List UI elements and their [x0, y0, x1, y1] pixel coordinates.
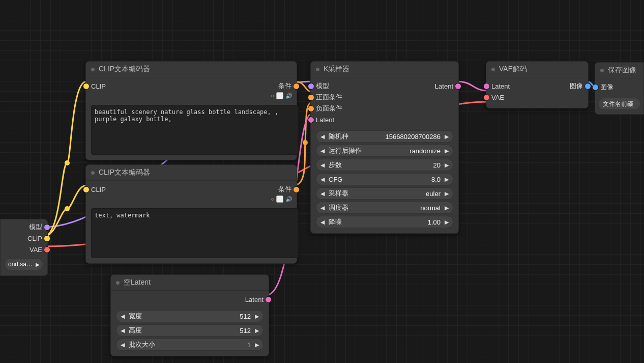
param-value[interactable]: 512 [144, 327, 251, 334]
socket-cond-out[interactable] [293, 83, 300, 90]
node-vae-decode[interactable]: VAE解码 Latent 图像 VAE [486, 61, 589, 108]
node-header[interactable]: 空Latent [111, 275, 269, 291]
output-latent[interactable]: Latent [111, 294, 269, 305]
param-cfg[interactable]: ◀CFG8.0▶ [316, 173, 453, 185]
param-value[interactable]: 8.0 [344, 176, 441, 183]
param-value[interactable]: 156680208700286 [350, 133, 441, 141]
param-value[interactable]: 1 [157, 341, 251, 349]
input-latent[interactable]: Latent [311, 114, 458, 125]
socket-image-out[interactable] [584, 83, 591, 90]
prompt-textarea[interactable] [91, 208, 299, 258]
param-seed[interactable]: ◀随机种156680208700286▶ [316, 130, 453, 143]
chevron-left-icon[interactable]: ◀ [318, 148, 327, 154]
param-value[interactable]: 1.00 [344, 218, 441, 226]
param-value[interactable]: 20 [344, 161, 441, 169]
circle-icon[interactable]: ○ [271, 93, 274, 99]
collapse-dot-icon[interactable] [91, 171, 95, 175]
collapse-dot-icon[interactable] [116, 281, 120, 285]
chevron-right-icon[interactable]: ▶ [443, 148, 451, 154]
param-value[interactable]: 512 [144, 313, 251, 320]
chevron-left-icon[interactable]: ◀ [318, 190, 327, 197]
socket-cond-in[interactable] [308, 105, 314, 112]
socket-latent-out[interactable] [455, 83, 461, 90]
node-clip-text-encode-negative[interactable]: CLIP文本编码器 CLIP 条件 ○🔊 [85, 164, 297, 264]
node-ksampler[interactable]: K采样器 模型 Latent 正面条件 负面条件 Latent ◀随机种1566… [310, 61, 459, 234]
param-value[interactable]: normal [350, 204, 441, 212]
param-value[interactable]: randomize [364, 147, 441, 155]
prompt-textarea[interactable] [91, 105, 299, 155]
chevron-right-icon[interactable]: ▶ [443, 176, 451, 183]
socket-cond-in[interactable] [308, 94, 314, 101]
collapse-dot-icon[interactable] [491, 68, 495, 71]
socket-vae[interactable] [44, 246, 50, 253]
node-header[interactable]: 保存图像 [595, 63, 643, 78]
node-save-image[interactable]: 保存图像 图像 文件名前缀 [595, 62, 644, 115]
socket-model-in[interactable] [308, 83, 314, 90]
node-empty-latent[interactable]: 空Latent Latent ◀宽度512▶ ◀高度512▶ ◀批次大小1▶ [110, 274, 269, 356]
chevron-right-icon[interactable]: ▶ [443, 133, 451, 140]
chevron-right-icon[interactable]: ▶ [253, 342, 261, 348]
chevron-left-icon[interactable]: ◀ [119, 313, 127, 320]
checkbox-icon[interactable] [276, 92, 283, 99]
socket-image-in[interactable] [592, 84, 599, 91]
socket-clip-in[interactable] [83, 186, 90, 193]
chevron-right-icon[interactable]: ▶ [253, 313, 261, 320]
input-negative[interactable]: 负面条件 [311, 103, 458, 114]
chevron-left-icon[interactable]: ◀ [119, 327, 127, 334]
node-header[interactable]: CLIP文本编码器 [86, 165, 297, 181]
chevron-right-icon[interactable]: ▶ [443, 205, 451, 211]
chevron-right-icon[interactable]: ▶ [443, 162, 451, 169]
output-model[interactable]: 模型 [1, 221, 47, 233]
chevron-left-icon[interactable]: ◀ [318, 205, 327, 211]
node-checkpoint-loader[interactable]: 模型 CLIP VAE ond.saf…▶ [0, 219, 48, 276]
node-header[interactable]: K采样器 [311, 62, 458, 77]
checkpoint-dropdown[interactable]: ond.saf…▶ [5, 258, 43, 270]
param-control-after[interactable]: ◀运行后操作randomize▶ [316, 145, 453, 157]
socket-latent-in[interactable] [308, 117, 314, 123]
socket-model[interactable] [44, 224, 50, 231]
chevron-left-icon[interactable]: ◀ [318, 162, 327, 169]
param-value[interactable]: euler [350, 190, 441, 198]
param-sampler[interactable]: ◀采样器euler▶ [316, 187, 453, 200]
output-vae[interactable]: VAE [1, 244, 47, 255]
param-filename-prefix[interactable]: 文件名前缀 [598, 98, 640, 110]
collapse-dot-icon[interactable] [91, 68, 95, 71]
param-steps[interactable]: ◀步数20▶ [316, 159, 453, 171]
param-height[interactable]: ◀高度512▶ [116, 324, 264, 337]
input-vae[interactable]: VAE [486, 92, 588, 103]
chevron-right-icon[interactable]: ▶ [443, 190, 451, 197]
checkbox-icon[interactable] [276, 196, 283, 203]
node-toolbar: ○🔊 [86, 92, 297, 100]
input-positive[interactable]: 正面条件 [311, 92, 458, 103]
chevron-right-icon[interactable]: ▶ [443, 219, 451, 226]
socket-latent-out[interactable] [265, 296, 272, 303]
port-label: Latent [491, 82, 510, 90]
socket-clip-in[interactable] [83, 83, 90, 90]
node-header[interactable]: CLIP文本编码器 [86, 62, 297, 77]
collapse-dot-icon[interactable] [600, 69, 604, 72]
node-clip-text-encode-positive[interactable]: CLIP文本编码器 CLIP 条件 ○🔊 [85, 61, 297, 160]
node-title: CLIP文本编码器 [99, 65, 150, 74]
param-denoise[interactable]: ◀降噪1.00▶ [316, 216, 453, 228]
socket-latent-in[interactable] [483, 83, 490, 90]
port-label: 负面条件 [316, 104, 342, 113]
speaker-icon[interactable]: 🔊 [285, 196, 292, 203]
param-width[interactable]: ◀宽度512▶ [116, 310, 264, 322]
param-scheduler[interactable]: ◀调度器normal▶ [316, 202, 453, 214]
socket-vae-in[interactable] [483, 94, 490, 101]
output-clip[interactable]: CLIP [1, 233, 47, 244]
param-batch[interactable]: ◀批次大小1▶ [116, 339, 264, 351]
node-header[interactable]: VAE解码 [486, 62, 588, 77]
chevron-right-icon[interactable]: ▶ [253, 327, 261, 334]
chevron-left-icon[interactable]: ◀ [318, 219, 327, 226]
node-graph-canvas[interactable]: 模型 CLIP VAE ond.saf…▶ CLIP文本编码器 CLIP 条件 … [0, 0, 644, 363]
circle-icon[interactable]: ○ [271, 196, 274, 202]
input-image[interactable]: 图像 [595, 81, 643, 93]
chevron-left-icon[interactable]: ◀ [318, 176, 327, 183]
socket-clip[interactable] [44, 235, 50, 242]
collapse-dot-icon[interactable] [316, 68, 319, 71]
chevron-left-icon[interactable]: ◀ [318, 133, 327, 140]
socket-cond-out[interactable] [293, 186, 300, 193]
speaker-icon[interactable]: 🔊 [285, 93, 292, 99]
chevron-left-icon[interactable]: ◀ [119, 342, 127, 348]
